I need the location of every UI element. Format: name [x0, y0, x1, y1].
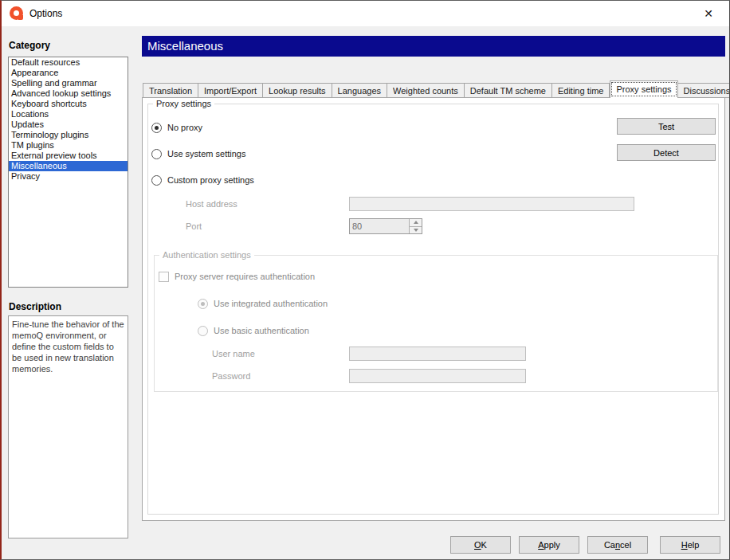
memoq-logo-tail: [18, 15, 23, 20]
proxy-settings-group-title: Proxy settings: [153, 99, 214, 109]
sidebar-item-spelling-and-grammar[interactable]: Spelling and grammar: [9, 78, 128, 88]
checkbox-proxy-requires-auth: Proxy server requires authentication: [159, 271, 315, 282]
radio-custom-proxy-settings-label: Custom proxy settings: [167, 175, 254, 185]
apply-button[interactable]: Apply: [519, 536, 579, 554]
sidebar-item-appearance[interactable]: Appearance: [9, 68, 128, 78]
tab-weighted-counts[interactable]: Weighted counts: [387, 83, 465, 98]
tab-import-export[interactable]: Import/Export: [198, 83, 263, 98]
page-title: Miscellaneous: [142, 36, 725, 57]
tab-languages[interactable]: Languages: [332, 83, 387, 98]
radio-no-proxy-label: No proxy: [167, 123, 202, 132]
sidebar-item-keyboard-shortcuts[interactable]: Keyboard shortcuts: [9, 99, 128, 109]
radio-no-proxy[interactable]: No proxy: [151, 122, 202, 133]
radio-checked-icon: [151, 123, 162, 133]
checkbox-proxy-requires-auth-label: Proxy server requires authentication: [175, 272, 315, 281]
description-box: Fine-tune the behavior of the memoQ envi…: [8, 315, 128, 538]
radio-use-integrated-authentication: Use integrated authentication: [198, 298, 328, 309]
radio-custom-proxy-settings[interactable]: Custom proxy settings: [151, 174, 254, 186]
tab-lookup-results[interactable]: Lookup results: [263, 83, 332, 98]
tab-default-tm-scheme[interactable]: Default TM scheme: [465, 83, 552, 98]
description-text: Fine-tune the behavior of the memoQ envi…: [12, 319, 124, 374]
titlebar: Options ✕: [2, 1, 729, 26]
sidebar-item-advanced-lookup-settings[interactable]: Advanced lookup settings: [9, 88, 128, 99]
tab-strip: Translation Import/Export Lookup results…: [143, 80, 730, 98]
close-icon: ✕: [704, 7, 713, 20]
sidebar-item-miscellaneous[interactable]: Miscellaneous: [9, 161, 128, 171]
sidebar-item-tm-plugins[interactable]: TM plugins: [9, 140, 128, 151]
user-name-label: User name: [212, 349, 255, 358]
radio-unchecked-icon: [151, 175, 162, 186]
options-dialog: Options ✕ Category Default resources App…: [0, 0, 730, 560]
sidebar-item-default-resources[interactable]: Default resources: [9, 57, 128, 68]
port-label: Port: [186, 221, 202, 231]
port-value: 80: [350, 219, 409, 233]
category-label: Category: [9, 40, 50, 51]
help-button[interactable]: Help: [660, 536, 720, 554]
memoq-logo-icon: [10, 6, 23, 20]
ok-button[interactable]: OK: [450, 536, 511, 554]
spinner-down-icon: [414, 229, 418, 232]
radio-use-system-settings-label: Use system settings: [167, 149, 245, 159]
tab-editing-time[interactable]: Editing time: [552, 83, 610, 98]
sidebar-item-privacy[interactable]: Privacy: [9, 171, 128, 182]
sidebar-item-locations[interactable]: Locations: [9, 109, 128, 119]
close-button[interactable]: ✕: [693, 1, 724, 25]
password-input: [349, 369, 526, 383]
host-address-input: [349, 197, 634, 211]
window-title: Options: [29, 8, 62, 19]
radio-use-basic-authentication-label: Use basic authentication: [214, 326, 309, 335]
cancel-button[interactable]: Cancel: [587, 536, 648, 554]
port-stepper: 80: [349, 218, 422, 234]
radio-use-integrated-authentication-label: Use integrated authentication: [214, 299, 328, 308]
radio-unchecked-icon: [151, 149, 162, 159]
description-label: Description: [9, 301, 61, 312]
spinner-up-icon: [414, 221, 418, 224]
sidebar-item-updates[interactable]: Updates: [9, 119, 128, 130]
host-address-label: Host address: [186, 199, 237, 209]
password-label: Password: [212, 371, 250, 381]
tab-translation[interactable]: Translation: [143, 83, 198, 98]
port-spin-buttons: [409, 219, 422, 233]
detect-button[interactable]: Detect: [617, 144, 716, 161]
memoq-logo-hole: [14, 10, 19, 16]
spinner-up-button: [410, 219, 422, 227]
spinner-down-button: [410, 227, 422, 234]
authentication-settings-group-title: Authentication settings: [159, 250, 254, 260]
radio-unchecked-disabled-icon: [198, 326, 208, 336]
tab-discussions[interactable]: Discussions: [678, 83, 730, 98]
category-list: Default resources Appearance Spelling an…: [8, 57, 128, 288]
tab-proxy-settings[interactable]: Proxy settings: [610, 80, 677, 98]
user-name-input: [349, 347, 526, 361]
sidebar-item-external-preview-tools[interactable]: External preview tools: [9, 151, 128, 161]
test-button[interactable]: Test: [617, 118, 716, 135]
proxy-settings-panel: Proxy settings No proxy Use system setti…: [142, 97, 725, 521]
radio-checked-disabled-icon: [198, 299, 208, 309]
checkbox-unchecked-icon: [159, 272, 169, 282]
sidebar-item-terminology-plugins[interactable]: Terminology plugins: [9, 130, 128, 140]
radio-use-basic-authentication: Use basic authentication: [198, 325, 309, 336]
radio-use-system-settings[interactable]: Use system settings: [151, 148, 245, 159]
